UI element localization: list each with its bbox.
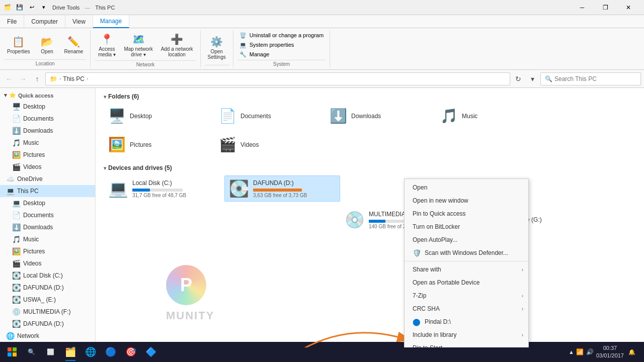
folders-section-header[interactable]: ▾ Folders (6) [104, 93, 636, 100]
qat-dropdown[interactable]: ▾ [38, 2, 49, 13]
add-network-button[interactable]: ➕ Add a networklocation [158, 31, 196, 59]
sidebar-item-videos-drive[interactable]: 🎬 Videos [0, 257, 95, 269]
taskbar: 🔍 ⬜ 🗂️ 🌐 🔵 🎯 🔷 ▲ 📶 🔊 00:37 03/01/2017 🔔 [0, 342, 644, 362]
restore-button[interactable]: ❐ [594, 0, 617, 15]
ctx-turn-on-bitlocker[interactable]: Turn on BitLocker [405, 220, 528, 233]
task-view-button[interactable]: ⬜ [40, 342, 60, 362]
folder-pictures[interactable]: 🖼️ Pictures [104, 133, 209, 156]
search-box[interactable]: 🔍 [540, 72, 641, 85]
sidebar: ▾ ⭐ Quick access 🖥️ Desktop 📄 Documents … [0, 88, 96, 347]
back-button[interactable]: ← [3, 73, 15, 85]
sidebar-item-dafunda-d2[interactable]: 💽 DAFUNDA (D:) [0, 282, 95, 294]
folder-desktop[interactable]: 🖥️ Desktop [104, 104, 209, 128]
properties-button[interactable]: 📋 Properties [4, 34, 33, 56]
tab-manage[interactable]: Manage [93, 15, 129, 28]
ctx-pindai[interactable]: ⬤ Pindai D:\ [405, 315, 528, 328]
drive-local-c[interactable]: 💻 Local Disk (C:) 31,7 GB free of 48,7 G… [104, 175, 219, 202]
address-dropdown-button[interactable]: ▾ [526, 73, 538, 85]
sidebar-item-dafunda-d3[interactable]: 💽 DAFUNDA (D:) [0, 318, 95, 330]
ctx-pin-quick-access[interactable]: Pin to Quick access [405, 207, 528, 220]
start-button[interactable] [2, 342, 22, 362]
breadcrumb-home-icon: 📁 [50, 75, 57, 82]
ctx-open[interactable]: Open [405, 181, 528, 194]
sidebar-item-network[interactable]: 🌐 Network [0, 330, 95, 342]
taskbar-search-button[interactable]: 🔍 [22, 343, 40, 361]
breadcrumb[interactable]: 📁 › This PC › [45, 72, 510, 85]
sidebar-item-desktop[interactable]: 🖥️ Desktop [0, 101, 95, 113]
sidebar-item-music-drive[interactable]: 🎵 Music [0, 233, 95, 245]
open-button[interactable]: 📂 Open [35, 34, 59, 56]
folder-downloads[interactable]: ⬇️ Downloads [325, 104, 431, 128]
sidebar-item-documents[interactable]: 📄 Documents [0, 113, 95, 125]
uninstall-icon: 🗑️ [239, 32, 247, 39]
sidebar-item-downloads-drive[interactable]: ⬇️ Downloads [0, 221, 95, 233]
close-button[interactable]: ✕ [617, 0, 640, 15]
drive-dafunda-d[interactable]: 💽 DAFUNDA (D:) 3,63 GB free of 3,73 GB [224, 175, 340, 202]
access-media-button[interactable]: 📍 Accessmedia ▾ [95, 31, 119, 59]
downloads-drive-icon: ⬇️ [12, 223, 20, 231]
dafunda-d-icon: 📄 [12, 211, 20, 219]
sidebar-item-local-disk-c[interactable]: 💻 Desktop [0, 197, 95, 209]
ctx-open-autoplay[interactable]: Open AutoPlay... [405, 233, 528, 246]
minimize-button[interactable]: ─ [571, 0, 594, 15]
tab-file[interactable]: File [0, 15, 24, 28]
rename-button[interactable]: ✏️ Rename [61, 34, 87, 56]
file-explorer-taskbar-button[interactable]: 🗂️ [60, 342, 80, 362]
uninstall-button[interactable]: 🗑️ Uninstall or change a program [237, 31, 326, 40]
system-properties-button[interactable]: 💻 System properties [237, 41, 326, 49]
ctx-separator-1 [405, 261, 528, 261]
folder-music[interactable]: 🎵 Music [436, 104, 541, 128]
show-hidden-icon[interactable]: ▲ [569, 349, 574, 355]
map-drive-button[interactable]: 🗺️ Map networkdrive ▾ [121, 31, 155, 59]
ctx-crc-sha[interactable]: CRC SHA › [405, 302, 528, 315]
up-button[interactable]: ↑ [31, 73, 43, 85]
search-input[interactable] [554, 75, 636, 82]
sidebar-item-videos[interactable]: 🎬 Videos [0, 161, 95, 173]
quick-access-header[interactable]: ▾ ⭐ Quick access [0, 90, 95, 101]
forward-button[interactable]: → [17, 73, 29, 85]
sidebar-item-local-disk-c2[interactable]: 💽 Local Disk (C:) [0, 269, 95, 282]
drive-local-c-icon: 💻 [108, 179, 128, 198]
sidebar-item-multimedia-f[interactable]: 💿 MULTIMEDIA (F:) [0, 306, 95, 318]
volume-tray-icon[interactable]: 🔊 [586, 348, 594, 356]
sidebar-item-dafunda-d[interactable]: 📄 Documents [0, 209, 95, 221]
edge-taskbar-button[interactable]: 🌐 [80, 342, 101, 362]
folder-documents[interactable]: 📄 Documents [214, 104, 320, 128]
ctx-share-with[interactable]: Share with › [405, 263, 528, 276]
qat-save[interactable]: 💾 [14, 2, 25, 13]
ctx-include-library[interactable]: Include in library › [405, 328, 528, 341]
ctx-scan-defender[interactable]: 🛡️ Scan with Windows Defender... [405, 246, 528, 259]
sidebar-item-downloads[interactable]: ⬇️ Downloads [0, 125, 95, 137]
folder-videos[interactable]: 🎬 Videos [214, 133, 320, 156]
sidebar-item-pictures-drive[interactable]: 🖼️ Pictures [0, 245, 95, 257]
ctx-7zip[interactable]: 7-Zip › [405, 289, 528, 302]
ctx-open-new-window[interactable]: Open in new window [405, 194, 528, 207]
sidebar-item-this-pc[interactable]: 💻 This PC [0, 185, 95, 197]
open-settings-button[interactable]: ⚙️ OpenSettings [205, 34, 229, 62]
sidebar-item-uswa-e[interactable]: 💽 USWA_ (E:) [0, 294, 95, 306]
system-clock[interactable]: 00:37 03/01/2017 [596, 344, 624, 360]
rename-icon: ✏️ [67, 36, 79, 48]
devices-section-header[interactable]: ▾ Devices and drives (5) [104, 164, 636, 171]
pictures-icon: 🖼️ [12, 151, 20, 159]
ctx-open-portable[interactable]: Open as Portable Device [405, 276, 528, 289]
qat-undo[interactable]: ↩ [26, 2, 37, 13]
network-tray-icon[interactable]: 📶 [576, 348, 584, 356]
system-properties-icon: 💻 [239, 42, 247, 48]
folder-music-icon: 🎵 [440, 108, 458, 124]
sidebar-item-pictures[interactable]: 🖼️ Pictures [0, 149, 95, 161]
tab-view[interactable]: View [65, 15, 93, 28]
tab-computer[interactable]: Computer [24, 15, 65, 28]
app5-taskbar-button[interactable]: 🔷 [141, 342, 161, 362]
sidebar-item-onedrive[interactable]: ☁️ OneDrive [0, 173, 95, 185]
app4-taskbar-button[interactable]: 🎯 [121, 342, 141, 362]
notification-button[interactable]: 🔔 [626, 346, 638, 358]
sidebar-item-music[interactable]: 🎵 Music [0, 137, 95, 149]
manage-button[interactable]: 🔧 Manage [237, 50, 326, 59]
drive-d-bar-container [253, 189, 303, 192]
ctx-pin-start[interactable]: Pin to Start [405, 341, 528, 347]
folder-downloads-icon: ⬇️ [330, 108, 347, 124]
chrome-taskbar-button[interactable]: 🔵 [101, 342, 121, 362]
refresh-button[interactable]: ↻ [512, 73, 524, 85]
folders-section-title: Folders (6) [108, 93, 139, 100]
